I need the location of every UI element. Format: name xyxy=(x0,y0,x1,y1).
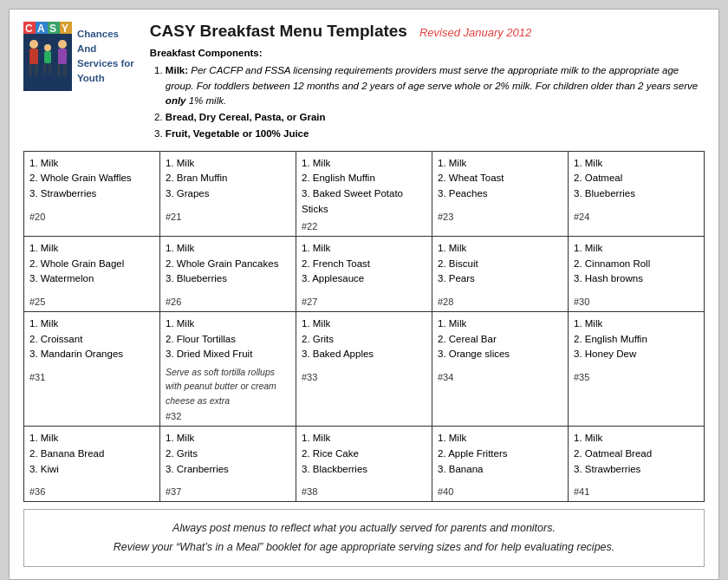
logo-box: C A S Y xyxy=(23,22,134,91)
cell-items: 1. Milk2. Grits3. Cranberries xyxy=(166,431,290,483)
cell-number: #20 xyxy=(29,212,154,222)
cell-number: #33 xyxy=(302,372,426,382)
cell-item: 3. Pears xyxy=(438,271,562,287)
menu-cell: 1. Milk2. Cereal Bar3. Orange slices#34 xyxy=(432,311,569,426)
cell-items: 1. Milk2. Banana Bread3. Kiwi xyxy=(29,431,154,483)
cell-item: 1. Milk xyxy=(574,156,699,172)
cell-item: 3. Orange slices xyxy=(438,347,562,362)
svg-rect-19 xyxy=(57,64,61,76)
cell-item: 1. Milk xyxy=(29,241,154,257)
cell-item: 1. Milk xyxy=(302,431,426,446)
cell-items: 1. Milk2. French Toast3. Applesauce xyxy=(302,241,426,293)
svg-text:C: C xyxy=(25,23,33,35)
table-row: 1. Milk2. Whole Grain Bagel3. Watermelon… xyxy=(24,236,705,311)
cell-item: 3. Blackberries xyxy=(302,462,426,478)
cell-item: 1. Milk xyxy=(29,316,154,332)
footer-line1: Always post menus to reflect what you ac… xyxy=(42,518,686,538)
cell-items: 1. Milk2. Whole Grain Bagel3. Watermelon xyxy=(29,241,154,293)
cell-item: 1. Milk xyxy=(29,156,154,172)
cell-items: 1. Milk2. Cinnamon Roll3. Hash browns xyxy=(574,241,699,293)
cell-item: 2. Wheat Toast xyxy=(438,171,562,186)
cell-number: #31 xyxy=(29,372,154,382)
svg-point-9 xyxy=(29,40,38,49)
cell-item: 1. Milk xyxy=(438,156,562,172)
cell-note: Serve as soft tortilla rollups with pean… xyxy=(166,365,290,407)
cell-item: 2. Grits xyxy=(166,446,290,462)
cell-item: 2. Cereal Bar xyxy=(438,332,562,348)
component-3: Fruit, Vegetable or 100% Juice xyxy=(166,127,705,141)
cell-item: 3. Peaches xyxy=(438,186,562,202)
svg-text:A: A xyxy=(37,23,45,35)
menu-cell: 1. Milk2. Grits3. Baked Apples#33 xyxy=(296,311,432,426)
cell-item: 1. Milk xyxy=(166,156,290,172)
cell-items: 1. Milk2. Bran Muffin3. Grapes xyxy=(166,156,290,208)
menu-cell: 1. Milk2. Rice Cake3. Blackberries#38 xyxy=(296,426,432,501)
cell-number: #32 xyxy=(166,411,290,421)
cell-number: #40 xyxy=(438,486,562,497)
cell-number: #26 xyxy=(166,297,290,307)
cell-item: 1. Milk xyxy=(302,241,426,257)
cell-item: 3. Banana xyxy=(438,462,562,478)
svg-text:Y: Y xyxy=(62,23,68,35)
svg-point-17 xyxy=(58,40,67,49)
menu-cell: 1. Milk2. Whole Grain Waffles3. Strawber… xyxy=(24,151,160,236)
cell-item: 2. Whole Grain Bagel xyxy=(29,257,154,272)
menu-cell: 1. Milk2. Wheat Toast3. Peaches#23 xyxy=(432,151,569,236)
cell-item: 3. Applesauce xyxy=(302,271,426,287)
cell-item: 3. Grapes xyxy=(166,186,290,202)
menu-cell: 1. Milk2. Croissant3. Mandarin Oranges#3… xyxy=(24,311,160,426)
cell-item: 3. Hash browns xyxy=(574,271,699,287)
cell-number: #28 xyxy=(438,297,562,307)
menu-cell: 1. Milk2. Oatmeal Bread3. Strawberries#4… xyxy=(569,426,705,501)
cell-item: 1. Milk xyxy=(166,431,290,446)
svg-rect-18 xyxy=(58,49,67,64)
cell-item: 3. Dried Mixed Fruit xyxy=(166,347,290,362)
cell-number: #27 xyxy=(302,297,426,307)
cell-item: 2. Whole Grain Waffles xyxy=(29,171,154,186)
cell-item: 3. Blueberries xyxy=(166,271,290,287)
menu-cell: 1. Milk2. Bran Muffin3. Grapes#21 xyxy=(160,151,296,236)
cell-number: #22 xyxy=(302,221,426,231)
cell-items: 1. Milk2. Whole Grain Pancakes3. Blueber… xyxy=(166,241,290,293)
cell-items: 1. Milk2. Wheat Toast3. Peaches xyxy=(438,156,562,208)
cell-number: #37 xyxy=(166,486,290,497)
cell-items: 1. Milk2. Biscuit3. Pears xyxy=(438,241,562,293)
svg-rect-20 xyxy=(63,64,67,76)
cell-items: 1. Milk2. English Muffin3. Honey Dew xyxy=(574,316,699,368)
components-list: Milk: Per CACFP and FSSA licensing requi… xyxy=(150,63,705,141)
menu-table: 1. Milk2. Whole Grain Waffles3. Strawber… xyxy=(23,151,705,502)
cell-items: 1. Milk2. English Muffin3. Baked Sweet P… xyxy=(302,156,426,218)
svg-rect-15 xyxy=(43,63,47,74)
cell-item: 3. Watermelon xyxy=(29,271,154,287)
table-row: 1. Milk2. Whole Grain Waffles3. Strawber… xyxy=(24,151,705,236)
components-section: Breakfast Components: Milk: Per CACFP an… xyxy=(150,46,705,142)
svg-rect-10 xyxy=(29,49,38,64)
casy-logo-svg: C A S Y xyxy=(23,22,72,91)
cell-item: 1. Milk xyxy=(574,431,699,446)
cell-number: #34 xyxy=(438,372,562,382)
comp2-text: Bread, Dry Cereal, Pasta, or Grain xyxy=(166,112,326,122)
menu-cell: 1. Milk2. Whole Grain Pancakes3. Blueber… xyxy=(160,236,296,311)
cell-item: 3. Cranberries xyxy=(166,462,290,478)
cell-item: 1. Milk xyxy=(574,316,699,332)
cell-item: 2. Banana Bread xyxy=(29,446,154,462)
table-row: 1. Milk2. Banana Bread3. Kiwi#361. Milk2… xyxy=(24,426,705,501)
cell-number: #25 xyxy=(29,297,154,307)
comp3-text: Fruit, Vegetable or 100% Juice xyxy=(166,128,309,139)
footer-box: Always post menus to reflect what you ac… xyxy=(23,509,705,567)
cell-item: 3. Strawberries xyxy=(574,462,699,478)
cell-item: 2. Croissant xyxy=(29,332,154,348)
cell-item: 2. English Muffin xyxy=(574,332,699,348)
header-content: CASY Breakfast Menu Templates Revised Ja… xyxy=(150,22,705,144)
comp1-only: only xyxy=(166,95,186,106)
cell-number: #41 xyxy=(574,486,699,497)
menu-cell: 1. Milk2. Banana Bread3. Kiwi#36 xyxy=(24,426,160,501)
cell-item: 3. Honey Dew xyxy=(574,347,699,362)
cell-item: 3. Mandarin Oranges xyxy=(29,347,154,362)
cell-item: 1. Milk xyxy=(438,316,562,332)
cell-item: 1. Milk xyxy=(166,241,290,257)
cell-item: 2. English Muffin xyxy=(302,171,426,186)
menu-cell: 1. Milk2. Whole Grain Bagel3. Watermelon… xyxy=(24,236,160,311)
cell-items: 1. Milk2. Croissant3. Mandarin Oranges xyxy=(29,316,154,368)
svg-rect-12 xyxy=(35,64,38,76)
